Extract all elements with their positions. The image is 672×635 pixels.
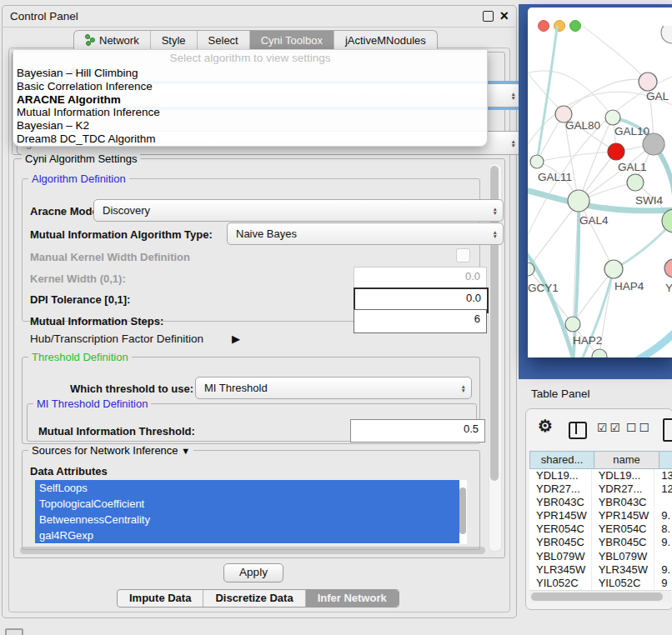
network-edge[interactable] — [528, 201, 579, 269]
tab-label: Network — [99, 32, 139, 49]
cyni-settings-title: Cyni Algorithm Settings — [22, 152, 140, 165]
column-browser-icon[interactable] — [569, 422, 587, 439]
network-node[interactable] — [530, 155, 544, 168]
deselect-all-columns-icon[interactable]: ☐☐ — [626, 421, 652, 434]
table-row[interactable]: YIL052CYIL052C9 — [529, 577, 672, 590]
collapse-arrow-icon[interactable]: ▼ — [181, 446, 190, 456]
table-cell — [654, 496, 672, 509]
network-canvas[interactable]: GALGAL80GAL10GAL11GAL1SWI4GAL4GCY1HAP4YH… — [528, 26, 672, 358]
mi-type-label: Mutual Information Algorithm Type: — [30, 228, 213, 241]
tab-discretize-data[interactable]: Discretize Data — [203, 590, 305, 607]
expand-arrow-icon[interactable]: ▶ — [232, 332, 240, 345]
network-node[interactable] — [664, 259, 672, 278]
table-cell: YBR045C — [529, 536, 592, 549]
list-vscrollbar-thumb[interactable] — [459, 488, 466, 534]
table-row[interactable]: YBL079WYBL079W — [529, 550, 672, 563]
aracne-mode-select[interactable]: Discovery ▲▼ — [93, 199, 504, 222]
tab-network[interactable]: Network — [74, 31, 151, 49]
tab-jactivemnodules[interactable]: jActiveMNodules — [334, 31, 437, 49]
attribute-item[interactable]: BetweennessCentrality — [35, 512, 459, 528]
dropdown-item[interactable]: Bayesian – K2 — [17, 119, 89, 132]
new-table-icon[interactable] — [663, 418, 672, 442]
node-label: GAL4 — [579, 214, 609, 227]
column-header[interactable]: name — [594, 451, 659, 469]
gear-icon[interactable]: ⚙ — [538, 416, 553, 436]
tab-cyni-toolbox[interactable]: Cyni Toolbox — [250, 31, 334, 49]
data-attributes-list[interactable]: SelfLoopsTopologicalCoefficientBetweenne… — [35, 480, 467, 544]
table-row[interactable]: YBR045CYBR045C9. — [529, 536, 672, 549]
table-row[interactable]: YBR043CYBR043C — [529, 496, 672, 509]
network-node[interactable] — [661, 26, 672, 43]
attribute-item[interactable]: gal4RGexp — [35, 528, 459, 543]
network-edge[interactable] — [636, 322, 672, 358]
tab-label: Select — [208, 32, 238, 49]
column-header[interactable]: A — [659, 451, 672, 469]
cyni-bottom-tabs: Impute DataDiscretize DataInfer Network — [117, 589, 399, 608]
network-icon — [85, 34, 95, 46]
manual-kernel-checkbox[interactable] — [456, 248, 470, 262]
apply-button[interactable]: Apply — [223, 563, 283, 582]
which-threshold-select[interactable]: MI Threshold ▲▼ — [195, 377, 472, 399]
table-cell — [654, 550, 672, 563]
tab-style[interactable]: Style — [151, 31, 198, 49]
node-label: GAL80 — [565, 119, 600, 132]
tab-impute-data[interactable]: Impute Data — [118, 590, 203, 607]
control-panel-titlebar: Control Panel × — [2, 5, 515, 28]
network-edge[interactable] — [528, 249, 578, 358]
table-cell: YIL052C — [529, 577, 592, 590]
table-row[interactable]: YDL19...YDL19...13 — [529, 469, 672, 482]
threshold-definition-title: Threshold Definition — [28, 351, 132, 363]
dropdown-item[interactable]: Mutual Information Inference — [17, 106, 160, 118]
table-hscrollbar-thumb[interactable] — [531, 592, 663, 601]
sources-title-text: Sources for Network Inference — [32, 444, 178, 457]
combo-arrows-icon: ▲▼ — [511, 138, 516, 148]
tab-label: Style — [162, 32, 186, 49]
table-row[interactable]: YPR145WYPR145W9. — [529, 509, 672, 522]
mi-threshold-input[interactable]: 0.5 — [350, 419, 485, 442]
column-header[interactable]: shared... — [529, 451, 594, 469]
network-node[interactable] — [605, 110, 620, 125]
tab-select[interactable]: Select — [198, 31, 250, 49]
dropdown-item[interactable]: Bayesian – Hill Climbing — [17, 67, 138, 79]
table-row[interactable]: YDR27...YDR27...12 — [529, 482, 672, 496]
network-node[interactable] — [568, 190, 589, 212]
aracne-mode-label: Aracne Mode: — [30, 205, 102, 218]
dropdown-item[interactable]: Dream8 DC_TDC Algorithm — [17, 132, 156, 145]
float-panel-icon[interactable] — [483, 11, 494, 22]
attribute-item[interactable]: SelfLoops — [35, 480, 459, 496]
node-label: GAL1 — [618, 161, 647, 173]
network-node[interactable] — [608, 143, 624, 160]
table-cell: YER054C — [529, 522, 592, 536]
mi-threshold-title: MI Threshold Definition — [33, 398, 151, 410]
dropdown-item[interactable]: ARACNE Algorithm — [17, 93, 121, 106]
which-threshold-label: Which threshold to use: — [70, 382, 193, 395]
node-label: Y — [665, 282, 672, 294]
table-cell: YDR27... — [592, 482, 655, 496]
dropdown-item[interactable]: Basic Correlation Inference — [17, 80, 153, 92]
kernel-width-input[interactable]: 0.0 — [354, 267, 487, 289]
select-all-columns-icon[interactable]: ☑☑ — [597, 421, 623, 434]
combo-arrows-icon: ▲▼ — [511, 91, 516, 100]
mi-type-value: Naive Bayes — [236, 228, 297, 240]
sources-title: Sources for Network Inference ▼ — [28, 444, 193, 457]
corner-widget-icon[interactable] — [5, 628, 23, 635]
mi-steps-input[interactable]: 6 — [354, 309, 487, 333]
table-cell: YLR345W — [592, 563, 655, 577]
table-row[interactable]: YER054CYER054C8. — [529, 522, 672, 536]
tab-infer-network[interactable]: Infer Network — [306, 590, 399, 607]
network-node[interactable] — [565, 317, 580, 332]
attribute-item[interactable]: TopologicalCoefficient — [35, 496, 459, 512]
node-label: HAP2 — [573, 334, 602, 347]
table-hscrollbar[interactable] — [529, 590, 671, 602]
mi-type-select[interactable]: Naive Bayes ▲▼ — [227, 222, 504, 245]
network-edge[interactable] — [578, 26, 648, 82]
table-cell: YIL052C — [592, 577, 655, 590]
node-label: GCY1 — [528, 282, 559, 294]
close-icon[interactable]: × — [499, 6, 509, 26]
network-edge[interactable] — [614, 221, 672, 269]
table-row[interactable]: YLR345WYLR345W9. — [529, 563, 672, 577]
network-node[interactable] — [639, 72, 657, 91]
table-cell: YDL19... — [529, 469, 592, 482]
network-node[interactable] — [627, 174, 644, 191]
network-node[interactable] — [604, 260, 623, 278]
